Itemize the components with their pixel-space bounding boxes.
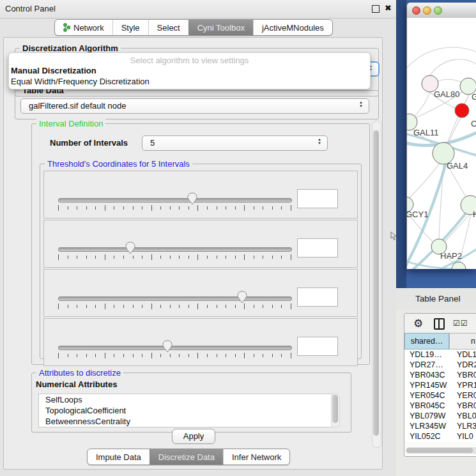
tick-mark xyxy=(197,205,198,211)
number-of-intervals-spinner[interactable]: 5 ▲▼ xyxy=(142,135,328,151)
slider-handle[interactable] xyxy=(187,192,197,205)
table-cell: YDR27… xyxy=(404,360,454,370)
tab-cyni-toolbox[interactable]: Cyni Toolbox xyxy=(188,20,253,35)
network-edge[interactable] xyxy=(444,214,470,243)
table-column-header[interactable]: shared… xyxy=(404,333,449,349)
tick-mark xyxy=(151,205,152,211)
apply-button[interactable]: Apply xyxy=(172,429,215,444)
attributes-list-scrollbar[interactable] xyxy=(331,394,340,427)
tick-mark xyxy=(263,256,263,259)
threshold-list xyxy=(43,171,358,367)
table-column-header[interactable]: n xyxy=(449,333,476,349)
float-window-icon[interactable] xyxy=(372,5,380,13)
tick-row xyxy=(58,254,292,260)
tick-mark xyxy=(197,303,198,309)
slider-handle[interactable] xyxy=(162,340,173,353)
tick-mark xyxy=(105,353,105,358)
tick-mark xyxy=(133,256,134,259)
network-edge[interactable] xyxy=(407,47,476,68)
bottom-tab-discretize-data[interactable]: Discretize Data xyxy=(150,449,223,464)
table-row[interactable]: YDR27…YDR2 xyxy=(404,360,476,370)
zoom-traffic-icon[interactable] xyxy=(434,6,442,15)
algorithm-option-equal-width[interactable]: Equal Width/Frequency Discretization xyxy=(11,77,150,86)
bottom-tab-label: Infer Network xyxy=(232,452,281,462)
table-row[interactable]: YPR145WYPR1 xyxy=(404,380,476,390)
bottom-tab-bar: Impute DataDiscretize DataInfer Network xyxy=(87,449,290,465)
slider-handle[interactable] xyxy=(125,242,135,254)
table-row[interactable]: YBR045CYBR0 xyxy=(404,401,476,411)
table-row[interactable]: YBL079WYBL0 xyxy=(404,411,476,421)
tick-mark xyxy=(58,254,59,260)
slider-track[interactable] xyxy=(58,296,292,301)
threshold-value-field[interactable] xyxy=(297,337,338,356)
table-row[interactable]: YDL19…YDL1 xyxy=(404,349,476,360)
table-cell: YDL1 xyxy=(454,349,476,360)
table-row[interactable]: YLR345WYLR3 xyxy=(404,421,476,431)
tab-network[interactable]: Network xyxy=(55,20,112,35)
tick-mark xyxy=(114,354,114,357)
table-data-group: Table Data galFiltered.sif default node … xyxy=(15,90,379,119)
panel-scrollbar[interactable] xyxy=(372,121,381,448)
network-node[interactable] xyxy=(455,104,469,118)
slider-handle[interactable] xyxy=(237,291,247,303)
table-cell: YBR0 xyxy=(454,401,476,411)
network-node-label: GCY1 xyxy=(407,210,428,219)
panel-scrollbar-thumb[interactable] xyxy=(373,130,379,436)
table-panel-title: Table Panel xyxy=(415,294,461,303)
tick-mark xyxy=(291,254,291,260)
table-cell: YPR1 xyxy=(454,380,476,390)
tick-mark xyxy=(86,305,87,308)
table-row[interactable]: YIL052CYIL0 xyxy=(404,431,476,441)
tab-jactivemnodules[interactable]: jActiveMNodules xyxy=(253,20,332,35)
attributes-scrollbar-thumb[interactable] xyxy=(332,395,338,423)
tick-mark xyxy=(151,254,152,260)
bottom-tab-impute-data[interactable]: Impute Data xyxy=(88,449,150,464)
select-columns-icon[interactable]: ☑☑ xyxy=(453,319,468,328)
tick-mark xyxy=(68,206,68,210)
tick-row xyxy=(58,353,292,358)
minimize-traffic-icon[interactable] xyxy=(423,6,431,15)
algorithm-popup-hint: Select algorithm to view settings xyxy=(9,56,370,65)
bottom-tab-infer-network[interactable]: Infer Network xyxy=(223,449,289,464)
table-cell: YBR0 xyxy=(454,370,476,380)
table-hscrollbar-thumb[interactable] xyxy=(406,448,473,453)
attribute-item[interactable]: SelfLoops xyxy=(39,394,332,405)
threshold-value-field[interactable] xyxy=(297,238,338,257)
threshold-value-field[interactable] xyxy=(297,189,338,208)
tick-mark xyxy=(114,206,114,210)
tick-mark xyxy=(77,256,77,259)
tick-mark xyxy=(123,354,124,357)
network-icon xyxy=(63,23,70,32)
tick-mark xyxy=(133,206,134,210)
tick-mark xyxy=(197,254,198,260)
network-edge[interactable] xyxy=(430,59,476,75)
threshold-value-field[interactable] xyxy=(297,288,338,307)
slider-track[interactable] xyxy=(58,198,292,203)
tick-mark xyxy=(123,305,124,308)
numerical-attributes-list[interactable]: SelfLoopsTopologicalCoefficientBetweenne… xyxy=(38,394,332,427)
table-data-combo[interactable]: galFiltered.sif default node ▲▼ xyxy=(20,98,369,114)
slider-track[interactable] xyxy=(58,247,292,252)
network-node-label: GA xyxy=(472,92,476,102)
table-row[interactable]: YBR043CYBR0 xyxy=(404,370,476,380)
close-icon[interactable]: ✖ xyxy=(385,3,392,13)
threshold-block-3 xyxy=(43,269,358,317)
tab-style[interactable]: Style xyxy=(112,20,148,35)
tab-select[interactable]: Select xyxy=(148,20,188,35)
table-cell: YIL0 xyxy=(454,431,473,441)
gear-icon[interactable]: ⚙ xyxy=(413,317,423,330)
tick-mark xyxy=(217,206,217,210)
tick-mark xyxy=(170,354,171,357)
network-canvas[interactable]: GAL80GACGAL11GAL4GCY1HHAP2 xyxy=(407,18,476,269)
tick-mark xyxy=(68,305,68,308)
table-data-combo-value: galFiltered.sif default node xyxy=(29,101,126,111)
columns-icon[interactable] xyxy=(434,318,445,330)
table-hscrollbar[interactable] xyxy=(406,447,476,454)
tick-mark xyxy=(272,354,273,357)
algorithm-option-manual[interactable]: Manual Discretization xyxy=(11,66,96,75)
attribute-item[interactable]: BetweennessCentrality xyxy=(39,416,332,427)
table-row[interactable]: YER054CYER0 xyxy=(404,390,476,401)
slider-track[interactable] xyxy=(58,346,292,350)
close-traffic-icon[interactable] xyxy=(412,6,420,15)
attribute-item[interactable]: TopologicalCoefficient xyxy=(39,405,332,416)
